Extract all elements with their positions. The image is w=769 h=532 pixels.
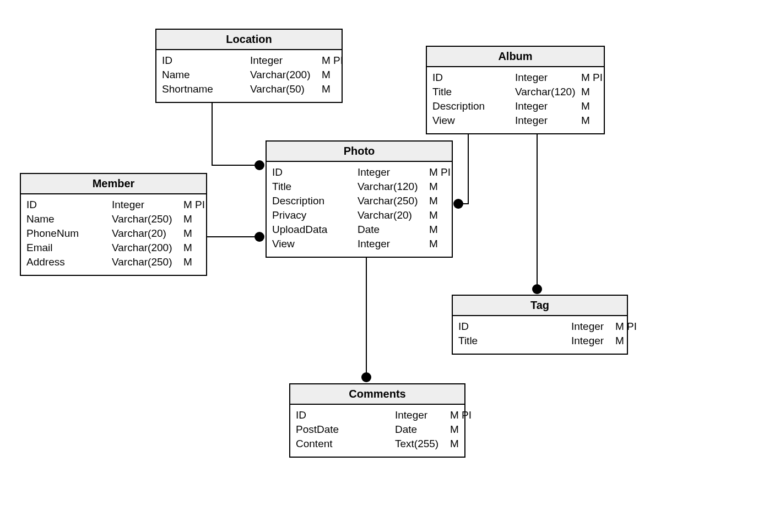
- entity-body: IDIntegerM PIPostDateDateMContentText(25…: [290, 405, 464, 457]
- attr-name: ID: [296, 408, 395, 422]
- attribute-row: PostDateDateM: [296, 422, 459, 437]
- entity-member: MemberIDIntegerM PINameVarchar(250)MPhon…: [20, 173, 207, 276]
- attribute-row: DescriptionIntegerM: [432, 99, 598, 113]
- er-diagram-canvas: LocationIDIntegerM PINameVarchar(200)MSh…: [0, 0, 769, 532]
- attr-type: Integer: [515, 113, 581, 128]
- attr-type: Integer: [515, 99, 581, 113]
- attr-name: Name: [26, 212, 112, 226]
- attr-flags: M: [581, 99, 609, 113]
- attribute-row: ShortnameVarchar(50)M: [162, 82, 336, 96]
- relationship-line: [458, 129, 468, 204]
- attribute-row: PrivacyVarchar(20)M: [272, 208, 446, 222]
- attr-name: View: [432, 113, 515, 128]
- entity-album: AlbumIDIntegerM PITitleVarchar(120)MDesc…: [426, 46, 605, 134]
- attribute-row: ViewIntegerM: [272, 237, 446, 251]
- attr-type: Text(255): [395, 437, 450, 451]
- attr-flags: M PI: [450, 408, 472, 422]
- relationship-line: [212, 95, 259, 165]
- attr-name: ID: [272, 165, 358, 180]
- attribute-row: IDIntegerM PI: [458, 319, 621, 334]
- attr-type: Integer: [571, 334, 615, 348]
- attr-flags: M: [322, 82, 349, 96]
- attr-type: Varchar(20): [358, 208, 429, 222]
- attr-flags: M: [581, 113, 609, 128]
- attribute-row: IDIntegerM PI: [296, 408, 459, 422]
- attribute-row: TitleIntegerM: [458, 334, 621, 348]
- attr-type: Integer: [250, 53, 322, 68]
- entity-body: IDIntegerM PITitleIntegerM: [453, 316, 627, 354]
- attr-type: Integer: [358, 165, 429, 180]
- attr-type: Integer: [358, 237, 429, 251]
- attr-name: ID: [26, 198, 112, 212]
- attr-name: Address: [26, 255, 112, 269]
- relationship-endpoint-icon: [532, 284, 542, 294]
- entity-title: Tag: [453, 296, 627, 316]
- attr-flags: M: [615, 334, 637, 348]
- attribute-row: TitleVarchar(120)M: [272, 180, 446, 194]
- attr-type: Varchar(120): [515, 85, 581, 99]
- attr-flags: M: [450, 422, 472, 437]
- attr-name: Content: [296, 437, 395, 451]
- entity-body: IDIntegerM PITitleVarchar(120)MDescripti…: [267, 162, 452, 257]
- attr-flags: M PI: [183, 198, 211, 212]
- attr-flags: M: [429, 222, 457, 237]
- attribute-row: ViewIntegerM: [432, 113, 598, 128]
- attr-type: Varchar(120): [358, 180, 429, 194]
- attr-name: Shortname: [162, 82, 250, 96]
- attr-type: Varchar(200): [250, 68, 322, 82]
- attr-type: Varchar(50): [250, 82, 322, 96]
- entity-title: Location: [156, 30, 342, 50]
- attr-type: Date: [358, 222, 429, 237]
- attr-name: Privacy: [272, 208, 358, 222]
- attribute-row: TitleVarchar(120)M: [432, 85, 598, 99]
- entity-title: Comments: [290, 384, 464, 405]
- attribute-row: DescriptionVarchar(250)M: [272, 194, 446, 208]
- entity-tag: TagIDIntegerM PITitleIntegerM: [452, 295, 628, 355]
- attr-type: Integer: [112, 198, 183, 212]
- attr-name: ID: [458, 319, 571, 334]
- attr-name: PhoneNum: [26, 226, 112, 241]
- attr-type: Varchar(250): [358, 194, 429, 208]
- entity-body: IDIntegerM PINameVarchar(200)MShortnameV…: [156, 50, 342, 102]
- entity-body: IDIntegerM PITitleVarchar(120)MDescripti…: [427, 67, 604, 133]
- attr-name: Title: [458, 334, 571, 348]
- attribute-row: IDIntegerM PI: [272, 165, 446, 180]
- attr-flags: M PI: [322, 53, 349, 68]
- attr-type: Varchar(20): [112, 226, 183, 241]
- attr-type: Varchar(250): [112, 212, 183, 226]
- attribute-row: PhoneNumVarchar(20)M: [26, 226, 201, 241]
- entity-title: Photo: [267, 142, 452, 162]
- attr-name: Description: [432, 99, 515, 113]
- attr-flags: M: [429, 180, 457, 194]
- attr-flags: M: [581, 85, 609, 99]
- attribute-row: IDIntegerM PI: [26, 198, 201, 212]
- attr-flags: M: [322, 68, 349, 82]
- attr-flags: M: [450, 437, 472, 451]
- attr-name: Description: [272, 194, 358, 208]
- attr-flags: M: [183, 255, 211, 269]
- entity-title: Member: [21, 174, 206, 194]
- entity-photo: PhotoIDIntegerM PITitleVarchar(120)MDesc…: [266, 140, 453, 258]
- attr-flags: M: [183, 212, 211, 226]
- entity-location: LocationIDIntegerM PINameVarchar(200)MSh…: [155, 29, 343, 103]
- attr-name: PostDate: [296, 422, 395, 437]
- attr-type: Integer: [515, 70, 581, 85]
- relationship-endpoint-icon: [254, 232, 264, 242]
- attr-type: Date: [395, 422, 450, 437]
- attr-type: Varchar(200): [112, 241, 183, 255]
- attribute-row: AddressVarchar(250)M: [26, 255, 201, 269]
- attr-flags: M: [429, 208, 457, 222]
- attr-name: Title: [432, 85, 515, 99]
- attr-name: ID: [162, 53, 250, 68]
- attribute-row: IDIntegerM PI: [432, 70, 598, 85]
- entity-title: Album: [427, 47, 604, 67]
- attr-name: Email: [26, 241, 112, 255]
- attribute-row: NameVarchar(200)M: [162, 68, 336, 82]
- attr-name: ID: [432, 70, 515, 85]
- attribute-row: NameVarchar(250)M: [26, 212, 201, 226]
- attr-type: Varchar(250): [112, 255, 183, 269]
- attr-flags: M: [429, 237, 457, 251]
- attribute-row: IDIntegerM PI: [162, 53, 336, 68]
- entity-comments: CommentsIDIntegerM PIPostDateDateMConten…: [289, 383, 465, 458]
- attribute-row: UploadDataDateM: [272, 222, 446, 237]
